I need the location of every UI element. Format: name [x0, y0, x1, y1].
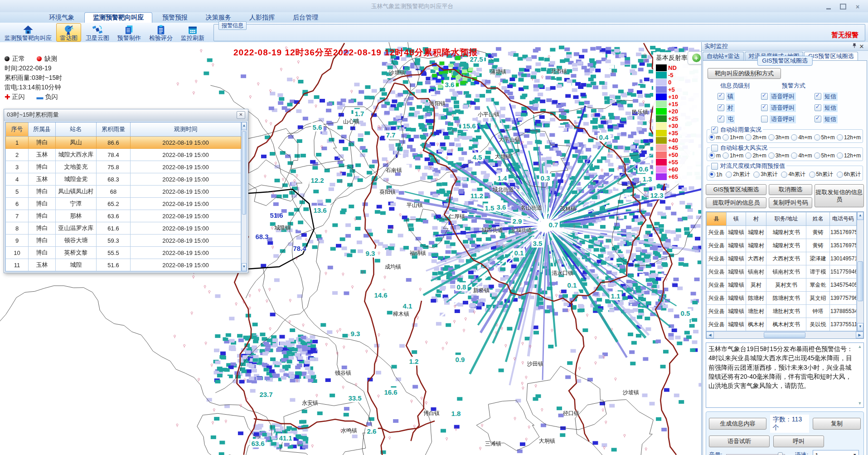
- contact-column-header[interactable]: 村: [746, 212, 766, 226]
- rain-table-scrollbar[interactable]: ▲ ▼: [241, 122, 247, 271]
- call-button[interactable]: 呼叫: [773, 435, 824, 447]
- table-row[interactable]: 兴业县城隍镇陈塘村陈塘村支书莫文绍139775796: [707, 292, 857, 305]
- menu-tab[interactable]: 环境气象: [41, 12, 82, 23]
- toolbar-button-clipboard[interactable]: 检验评分: [145, 23, 176, 42]
- radio-icon[interactable]: [814, 152, 820, 159]
- rain-window-titlebar[interactable]: 03时~15时累积雨量 ✕: [4, 109, 248, 121]
- warning-message-textarea[interactable]: 玉林市气象台19日5时15分发布暴雨橙色预警信号：4时以来兴业县城隍大西水库已出…: [706, 342, 864, 408]
- scroll-up-icon[interactable]: ▲: [242, 122, 247, 130]
- wind-group-checkbox[interactable]: [711, 145, 718, 152]
- copy-call-numbers-button[interactable]: 复制呼叫号码: [769, 197, 812, 208]
- sms-checkbox[interactable]: [815, 104, 821, 111]
- radio-icon[interactable]: [745, 152, 752, 159]
- table-row[interactable]: 10博白英桥文黎55.52022-08-19 15:00: [6, 247, 241, 259]
- radio-icon[interactable]: [791, 134, 797, 141]
- maximize-button[interactable]: [839, 3, 847, 10]
- forecast-group-checkbox[interactable]: [711, 163, 718, 170]
- rain-column-header[interactable]: 累积雨量: [97, 122, 131, 137]
- contact-table-hscrollbar[interactable]: ◀ ▶: [706, 331, 863, 338]
- radio-option[interactable]: 6h累计: [837, 171, 861, 178]
- radio-option[interactable]: m: [709, 152, 721, 159]
- scroll-thumb[interactable]: [764, 332, 805, 338]
- minimize-button[interactable]: [824, 3, 833, 10]
- legend-expand-button[interactable]: +: [688, 51, 701, 64]
- table-row[interactable]: 兴业县城隍镇大西村大西村支书梁泽建130149571: [707, 252, 857, 265]
- radio-option[interactable]: 5h+m: [814, 152, 835, 159]
- radio-option[interactable]: 1h+m: [723, 152, 743, 159]
- radio-icon[interactable]: [709, 134, 715, 141]
- volume-slider[interactable]: [726, 451, 785, 455]
- copy-message-button[interactable]: 复制: [813, 418, 861, 430]
- radio-option[interactable]: m: [709, 134, 721, 141]
- cancel-select-button[interactable]: 取消圈选: [769, 184, 812, 195]
- menu-tab[interactable]: 后台管理: [285, 12, 326, 23]
- table-row[interactable]: 兴业县城隍镇莫村莫村支书覃金乾134575405: [707, 279, 857, 292]
- radio-icon[interactable]: [745, 134, 752, 141]
- table-row[interactable]: 2玉林城隍大西水库78.42022-08-19 15:00: [6, 149, 241, 161]
- radio-icon[interactable]: [814, 134, 820, 141]
- slider-handle[interactable]: [778, 452, 783, 455]
- radio-icon[interactable]: [837, 171, 843, 178]
- table-row[interactable]: 3博白文地姜充75.82022-08-19 15:00: [6, 161, 241, 173]
- contact-column-header[interactable]: 姓名: [806, 212, 830, 226]
- radio-icon[interactable]: [768, 134, 775, 141]
- level-checkbox[interactable]: [718, 104, 724, 111]
- scroll-down-icon[interactable]: ▼: [857, 323, 863, 331]
- radio-icon[interactable]: [709, 152, 715, 159]
- radio-icon[interactable]: [791, 152, 797, 159]
- radio-icon[interactable]: [726, 171, 732, 178]
- scroll-thumb[interactable]: [242, 131, 246, 215]
- rain-window-close-icon[interactable]: ✕: [237, 111, 245, 119]
- rain-column-header[interactable]: 观测时间: [131, 122, 241, 137]
- table-row[interactable]: 兴业县城隍镇城隍村城隍村支书黄铸135176975: [707, 239, 857, 252]
- radio-icon[interactable]: [723, 152, 729, 159]
- radio-option[interactable]: 3h+m: [768, 152, 789, 159]
- radio-icon[interactable]: [768, 152, 775, 159]
- call-level-mode-button[interactable]: 靶向叫应的级别和方式: [708, 68, 781, 79]
- voice-call-checkbox[interactable]: [761, 93, 768, 100]
- radio-icon[interactable]: [753, 171, 760, 178]
- menu-tab[interactable]: 人影指挥: [241, 12, 283, 23]
- level-checkbox[interactable]: [718, 93, 724, 100]
- radio-icon[interactable]: [723, 134, 729, 141]
- scroll-left-icon[interactable]: ◀: [706, 332, 714, 338]
- table-row[interactable]: 9博白顿谷大塘59.32022-08-19 15:00: [6, 235, 241, 247]
- pin-icon[interactable]: [851, 43, 858, 50]
- scroll-thumb[interactable]: [858, 261, 863, 301]
- radio-icon[interactable]: [809, 171, 815, 178]
- radio-option[interactable]: 5h累计: [809, 171, 833, 178]
- radio-icon[interactable]: [837, 134, 843, 141]
- table-row[interactable]: 兴业县城隍镇枫木村枫木村支书吴以悦137375511: [707, 318, 857, 331]
- radio-option[interactable]: 2h+m: [745, 152, 766, 159]
- radio-option[interactable]: 2h累计: [726, 171, 750, 178]
- radio-option[interactable]: 2h+m: [745, 134, 766, 141]
- contact-table-vscrollbar[interactable]: ▲ ▼: [857, 212, 863, 331]
- voice-call-checkbox[interactable]: [761, 116, 768, 122]
- generate-message-button[interactable]: 生成信息内容: [709, 418, 766, 430]
- menu-tab[interactable]: 监测预警靶向叫应: [84, 12, 152, 23]
- close-button[interactable]: ×: [853, 3, 862, 10]
- sms-checkbox[interactable]: [815, 116, 821, 122]
- radar-map[interactable]: 沙塘镇蒲塘镇北市镇洛阳镇小平山镇民乐镇山心镇大平山镇石南镇葵阳镇平山镇大塘镇城隍…: [0, 42, 701, 455]
- extract-sms-informers-button[interactable]: 提取发短信的信息员: [815, 184, 864, 207]
- contact-column-header[interactable]: 职务/地址: [766, 212, 806, 226]
- radio-option[interactable]: 4h+m: [791, 134, 812, 141]
- scroll-up-icon[interactable]: ▲: [857, 344, 863, 350]
- scroll-down-icon[interactable]: ▼: [857, 401, 863, 406]
- panel-tab[interactable]: 自动站+雷达: [703, 52, 744, 60]
- sms-checkbox[interactable]: [815, 93, 821, 100]
- contact-column-header[interactable]: 县: [707, 212, 727, 226]
- radio-option[interactable]: 4h+m: [791, 152, 812, 159]
- table-row[interactable]: 兴业县城隍镇镇南村镇南村支书谭于模151775946: [707, 265, 857, 279]
- toolbar-button-document[interactable]: 预警制作: [114, 23, 145, 42]
- contact-column-header[interactable]: 电话号码: [830, 212, 857, 226]
- toolbar-button-home[interactable]: 监测预警靶向叫应: [1, 23, 55, 42]
- radio-option[interactable]: 12h+m: [837, 152, 861, 159]
- contact-column-header[interactable]: 镇: [727, 212, 746, 226]
- radio-option[interactable]: 1h+m: [723, 134, 743, 141]
- radio-icon[interactable]: [837, 152, 843, 159]
- rain-group-checkbox[interactable]: [711, 127, 718, 133]
- panel-close-icon[interactable]: ✕: [858, 43, 865, 50]
- radio-icon[interactable]: [781, 171, 787, 178]
- scroll-down-icon[interactable]: ▼: [242, 263, 247, 271]
